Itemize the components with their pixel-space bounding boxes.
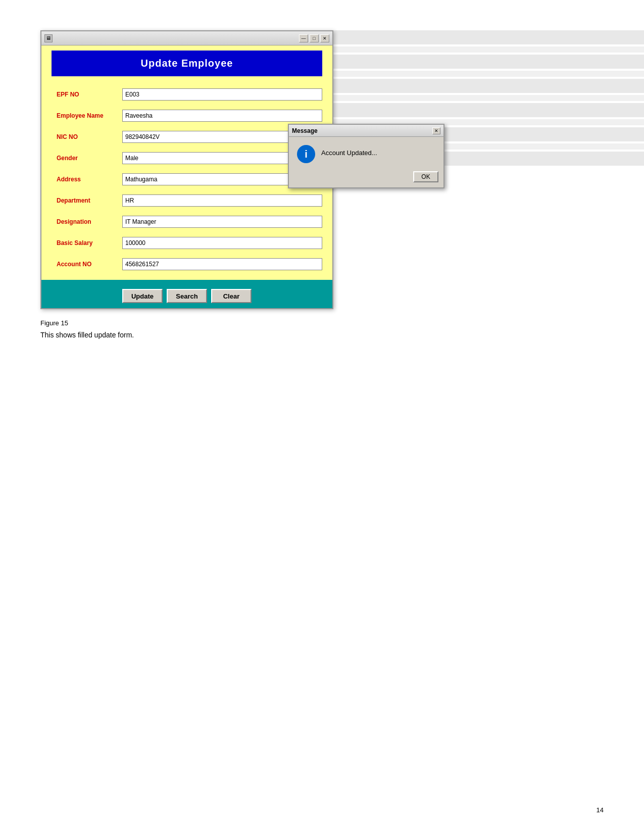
restore-button[interactable]: □	[310, 34, 319, 42]
window-icon: 🖥	[44, 34, 53, 42]
designation-label: Designation	[52, 218, 122, 225]
employee-name-input[interactable]	[122, 110, 322, 122]
department-row: Department	[52, 192, 322, 209]
title-bar: 🖥 — □ ✕	[41, 31, 332, 45]
message-dialog: Message ✕ i Account Updated... OK	[288, 124, 444, 188]
buttons-row: Update Search Clear	[41, 280, 332, 308]
ok-button[interactable]: OK	[413, 171, 438, 182]
form-title: Update Employee	[52, 51, 322, 76]
gender-label: Gender	[52, 155, 122, 162]
window-controls: — □ ✕	[299, 34, 329, 42]
address-row: Address	[52, 171, 322, 187]
message-body: i Account Updated...	[289, 137, 443, 169]
search-button[interactable]: Search	[167, 289, 207, 303]
designation-input[interactable]	[122, 216, 322, 228]
employee-name-row: Employee Name	[52, 108, 322, 124]
message-text: Account Updated...	[321, 145, 377, 157]
figure-description: This shows filled update form.	[40, 331, 604, 339]
epf-no-row: EPF NO	[52, 86, 322, 103]
update-button[interactable]: Update	[122, 289, 163, 303]
message-footer: OK	[289, 169, 443, 187]
page-number: 14	[597, 806, 604, 814]
nic-no-row: NIC NO	[52, 129, 322, 145]
department-label: Department	[52, 197, 122, 204]
minimize-button[interactable]: —	[299, 34, 308, 42]
basic-salary-row: Basic Salary	[52, 235, 322, 251]
account-no-input[interactable]	[122, 258, 322, 270]
gender-row: Gender	[52, 150, 322, 166]
nic-no-label: NIC NO	[52, 133, 122, 140]
message-title: Message	[292, 127, 318, 134]
clear-button[interactable]: Clear	[211, 289, 252, 303]
employee-name-label: Employee Name	[52, 112, 122, 119]
designation-row: Designation	[52, 214, 322, 230]
message-close-button[interactable]: ✕	[432, 127, 440, 134]
message-title-bar: Message ✕	[289, 125, 443, 137]
figure-caption: Figure 15	[40, 319, 604, 327]
account-no-row: Account NO	[52, 256, 322, 272]
form-body: EPF NO Employee Name NIC NO Gender	[52, 84, 322, 280]
epf-no-label: EPF NO	[52, 91, 122, 98]
basic-salary-label: Basic Salary	[52, 239, 122, 247]
basic-salary-input[interactable]	[122, 237, 322, 249]
address-label: Address	[52, 176, 122, 183]
department-input[interactable]	[122, 194, 322, 207]
epf-no-input[interactable]	[122, 88, 322, 101]
info-icon: i	[297, 145, 315, 163]
account-no-label: Account NO	[52, 261, 122, 268]
close-button[interactable]: ✕	[320, 34, 329, 42]
